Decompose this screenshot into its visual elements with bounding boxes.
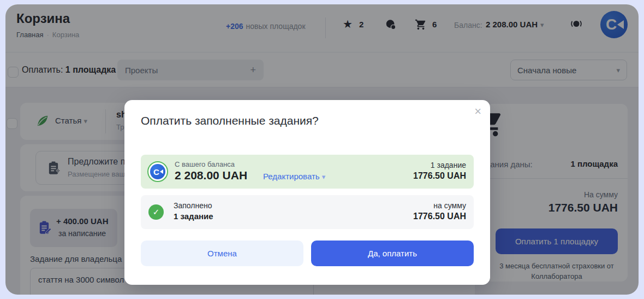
balance-amount: 2 208.00 UAH <box>175 169 247 182</box>
balance-tasks-count: 1 задание <box>431 161 466 169</box>
check-icon: ✓ <box>148 204 164 220</box>
payment-confirm-modal: × Оплатить заполненные задания? C С ваше… <box>124 100 490 285</box>
edit-payment-link[interactable]: Редактировать ▾ <box>263 172 325 181</box>
cancel-button[interactable]: Отмена <box>141 241 303 266</box>
balance-logo-arrow-icon <box>160 169 163 174</box>
filled-value: 1 задание <box>174 212 213 221</box>
edit-payment-label: Редактировать <box>263 172 320 181</box>
filled-sum-label: на сумму <box>433 201 466 210</box>
balance-logo-badge: C <box>147 161 168 182</box>
balance-logo-inner: C <box>150 164 165 179</box>
balance-logo-letter: C <box>153 167 159 177</box>
filled-label: Заполнено <box>174 201 212 210</box>
balance-source-label: С вашего баланса <box>175 160 235 168</box>
balance-panel: C С вашего баланса 2 208.00 UAH Редактир… <box>141 155 474 189</box>
filled-tasks-panel: ✓ Заполнено 1 задание на сумму 1776.50 U… <box>141 195 474 229</box>
confirm-pay-button[interactable]: Да, оплатить <box>311 241 474 266</box>
balance-tasks-amount: 1776.50 UAH <box>413 171 466 181</box>
filled-sum-value: 1776.50 UAH <box>413 212 466 221</box>
close-icon[interactable]: × <box>474 104 481 119</box>
modal-title: Оплатить заполненные задания? <box>141 114 319 127</box>
edit-caret-icon: ▾ <box>322 173 326 181</box>
app-window: Корзина Главная·Корзина +206новых площад… <box>5 4 639 295</box>
